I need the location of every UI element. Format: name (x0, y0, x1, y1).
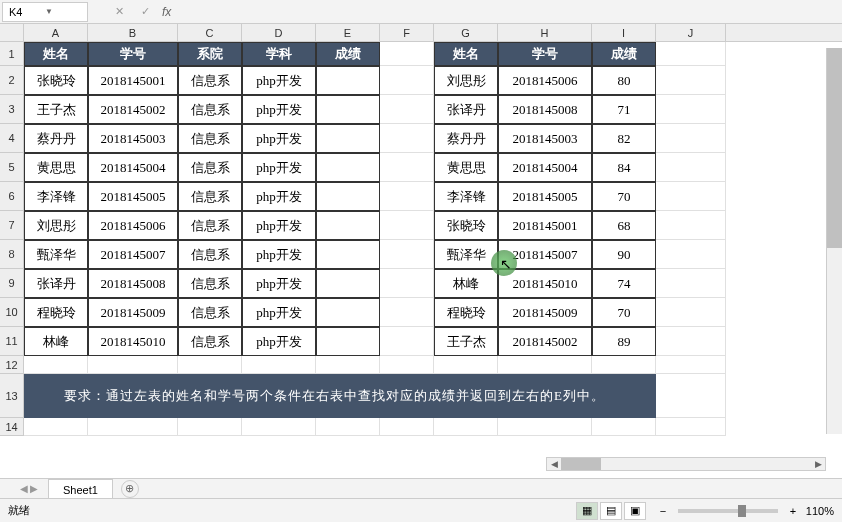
cell[interactable] (316, 124, 380, 153)
cell[interactable]: 程晓玲 (24, 298, 88, 327)
cell[interactable]: 姓名 (24, 42, 88, 66)
cell[interactable]: 89 (592, 327, 656, 356)
cell[interactable] (656, 95, 726, 124)
cell[interactable]: 2018145007 (498, 240, 592, 269)
fx-icon[interactable]: fx (162, 5, 171, 19)
cell[interactable] (178, 356, 242, 374)
cell[interactable]: 2018145010 (88, 327, 178, 356)
cell[interactable]: 姓名 (434, 42, 498, 66)
cell[interactable]: 2018145004 (88, 153, 178, 182)
cell[interactable] (380, 95, 434, 124)
cell[interactable] (24, 418, 88, 436)
cell[interactable] (498, 418, 592, 436)
cell[interactable]: 蔡丹丹 (24, 124, 88, 153)
cell[interactable]: 林峰 (24, 327, 88, 356)
cell[interactable] (656, 182, 726, 211)
cell[interactable] (242, 418, 316, 436)
name-box[interactable]: K4 ▼ (2, 2, 88, 22)
cell[interactable]: 信息系 (178, 240, 242, 269)
cell[interactable] (380, 298, 434, 327)
cell[interactable] (316, 66, 380, 95)
cell[interactable]: php开发 (242, 298, 316, 327)
vertical-scrollbar[interactable] (826, 48, 842, 434)
cell[interactable]: 信息系 (178, 95, 242, 124)
cell[interactable] (592, 356, 656, 374)
cell[interactable]: 信息系 (178, 269, 242, 298)
cell[interactable]: php开发 (242, 182, 316, 211)
zoom-in-button[interactable]: + (786, 505, 800, 517)
cell[interactable]: 2018145002 (88, 95, 178, 124)
cell[interactable]: 2018145007 (88, 240, 178, 269)
row-header[interactable]: 9 (0, 269, 23, 298)
cell[interactable]: 张译丹 (434, 95, 498, 124)
cell[interactable]: 黄思思 (434, 153, 498, 182)
cell[interactable] (656, 240, 726, 269)
cell[interactable]: 2018145008 (498, 95, 592, 124)
cell[interactable]: 80 (592, 66, 656, 95)
cell[interactable]: 74 (592, 269, 656, 298)
cell[interactable]: 信息系 (178, 124, 242, 153)
cell[interactable]: php开发 (242, 95, 316, 124)
row-header[interactable]: 4 (0, 124, 23, 153)
cell[interactable] (380, 327, 434, 356)
cell[interactable]: php开发 (242, 327, 316, 356)
cell[interactable]: 2018145005 (88, 182, 178, 211)
cell[interactable] (656, 356, 726, 374)
cell[interactable]: 2018145003 (88, 124, 178, 153)
cell[interactable]: 林峰 (434, 269, 498, 298)
cell[interactable]: 71 (592, 95, 656, 124)
cell[interactable]: 84 (592, 153, 656, 182)
cell[interactable]: 甄泽华 (434, 240, 498, 269)
cell[interactable] (380, 124, 434, 153)
cell[interactable]: 2018145006 (88, 211, 178, 240)
cell[interactable]: 学号 (88, 42, 178, 66)
cell[interactable] (656, 153, 726, 182)
column-header[interactable]: J (656, 24, 726, 41)
row-header[interactable]: 10 (0, 298, 23, 327)
cell[interactable] (316, 418, 380, 436)
cell[interactable]: 2018145001 (498, 211, 592, 240)
cell[interactable] (380, 66, 434, 95)
column-header[interactable]: G (434, 24, 498, 41)
scroll-left-icon[interactable]: ◀ (547, 459, 561, 469)
cell[interactable] (380, 240, 434, 269)
cell[interactable]: 程晓玲 (434, 298, 498, 327)
confirm-formula-button[interactable]: ✓ (136, 3, 154, 21)
cell[interactable] (380, 269, 434, 298)
row-header[interactable]: 8 (0, 240, 23, 269)
cell[interactable] (656, 327, 726, 356)
row-header[interactable]: 13 (0, 374, 23, 418)
cell[interactable]: 李泽锋 (434, 182, 498, 211)
add-sheet-button[interactable]: ⊕ (121, 480, 139, 498)
cell[interactable]: 信息系 (178, 66, 242, 95)
cell[interactable]: php开发 (242, 240, 316, 269)
cell[interactable]: php开发 (242, 153, 316, 182)
cell[interactable]: php开发 (242, 124, 316, 153)
column-header[interactable]: C (178, 24, 242, 41)
cell[interactable]: 2018145006 (498, 66, 592, 95)
cell[interactable] (656, 374, 726, 418)
tab-nav-next-icon[interactable]: ▶ (30, 483, 38, 494)
cell[interactable]: php开发 (242, 66, 316, 95)
row-header[interactable]: 14 (0, 418, 23, 436)
cell[interactable]: 2018145009 (88, 298, 178, 327)
cell[interactable]: php开发 (242, 269, 316, 298)
cell[interactable]: 张译丹 (24, 269, 88, 298)
cell[interactable]: 信息系 (178, 298, 242, 327)
cell[interactable]: 刘思彤 (24, 211, 88, 240)
horizontal-scrollbar[interactable]: ◀ ▶ (546, 457, 826, 471)
column-header[interactable]: A (24, 24, 88, 41)
zoom-level[interactable]: 110% (806, 505, 834, 517)
cell[interactable]: 2018145001 (88, 66, 178, 95)
row-header[interactable]: 1 (0, 42, 23, 66)
cell[interactable] (380, 356, 434, 374)
row-header[interactable]: 7 (0, 211, 23, 240)
cell[interactable]: 信息系 (178, 327, 242, 356)
row-header[interactable]: 12 (0, 356, 23, 374)
cell[interactable]: 2018145004 (498, 153, 592, 182)
tab-nav-prev-icon[interactable]: ◀ (20, 483, 28, 494)
column-header[interactable]: D (242, 24, 316, 41)
cell[interactable] (656, 418, 726, 436)
view-normal-button[interactable]: ▦ (576, 502, 598, 520)
column-header[interactable]: E (316, 24, 380, 41)
